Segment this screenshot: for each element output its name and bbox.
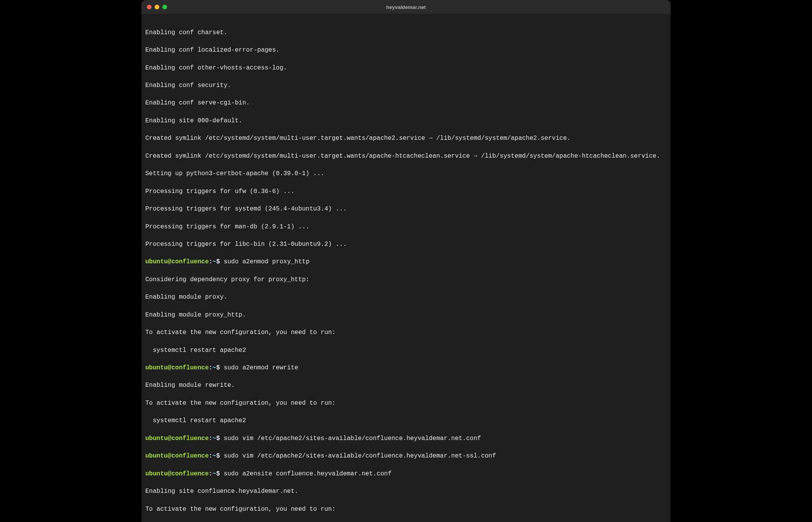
output-line: Processing triggers for systemd (245.4-4…	[145, 205, 667, 214]
command-text: sudo a2ensite confluence.heyvaldemar.net…	[224, 470, 392, 477]
prompt-user-host: ubuntu@confluence	[145, 364, 209, 371]
prompt-sigil: $	[216, 470, 223, 477]
prompt-path: ~	[213, 364, 216, 371]
output-line: systemctl restart apache2	[145, 346, 667, 355]
window-title: heyvaldemar.net	[386, 4, 426, 10]
prompt-sep: :	[209, 435, 213, 442]
output-line: Processing triggers for libc-bin (2.31-0…	[145, 240, 667, 249]
prompt-line: ubuntu@confluence:~$ sudo vim /etc/apach…	[145, 452, 667, 461]
output-line: To activate the new configuration, you n…	[145, 505, 667, 514]
maximize-button[interactable]	[162, 5, 167, 9]
output-line: Created symlink /etc/systemd/system/mult…	[145, 134, 667, 143]
output-line: Setting up python3-certbot-apache (0.39.…	[145, 169, 667, 178]
output-line: Enabling conf security.	[145, 81, 667, 90]
prompt-line: ubuntu@confluence:~$ sudo vim /etc/apach…	[145, 434, 667, 443]
output-line: Considering dependency proxy for proxy_h…	[145, 275, 667, 284]
command-text: sudo a2enmod proxy_http	[224, 258, 310, 265]
prompt-path: ~	[213, 452, 216, 459]
titlebar[interactable]: heyvaldemar.net	[141, 0, 671, 14]
prompt-sigil: $	[216, 364, 223, 371]
output-line: Enabling site confluence.heyvaldemar.net…	[145, 487, 667, 496]
prompt-line: ubuntu@confluence:~$ sudo a2enmod rewrit…	[145, 364, 667, 372]
prompt-sigil: $	[216, 435, 223, 442]
output-line: Enabling module proxy_http.	[145, 311, 667, 320]
close-button[interactable]	[147, 5, 152, 9]
terminal-body[interactable]: Enabling conf charset. Enabling conf loc…	[141, 14, 671, 522]
minimize-button[interactable]	[155, 5, 159, 9]
prompt-user-host: ubuntu@confluence	[145, 435, 209, 442]
output-line: Processing triggers for ufw (0.36-6) ...	[145, 187, 667, 196]
output-line: Enabling site 000-default.	[145, 117, 667, 125]
output-line: Processing triggers for man-db (2.9.1-1)…	[145, 223, 667, 231]
output-line: Enabling module proxy.	[145, 293, 667, 302]
prompt-sep: :	[209, 470, 213, 477]
prompt-path: ~	[213, 470, 216, 477]
prompt-line: ubuntu@confluence:~$ sudo a2enmod proxy_…	[145, 258, 667, 266]
prompt-sigil: $	[216, 258, 223, 265]
prompt-sep: :	[209, 452, 213, 459]
output-line: Enabling conf serve-cgi-bin.	[145, 99, 667, 108]
output-line: Enabling conf other-vhosts-access-log.	[145, 64, 667, 73]
prompt-sigil: $	[216, 452, 223, 459]
command-text: sudo a2enmod rewrite	[224, 364, 298, 371]
output-line: Enabling conf charset.	[145, 28, 667, 37]
prompt-path: ~	[213, 258, 216, 265]
output-line: Enabling conf localized-error-pages.	[145, 46, 667, 55]
prompt-path: ~	[213, 435, 216, 442]
terminal-window: heyvaldemar.net Enabling conf charset. E…	[141, 0, 671, 522]
prompt-sep: :	[209, 364, 213, 371]
output-line: Created symlink /etc/systemd/system/mult…	[145, 152, 667, 161]
output-line: systemctl restart apache2	[145, 416, 667, 425]
command-text: sudo vim /etc/apache2/sites-available/co…	[224, 452, 496, 459]
output-line: Enabling module rewrite.	[145, 381, 667, 390]
prompt-sep: :	[209, 258, 213, 265]
prompt-user-host: ubuntu@confluence	[145, 452, 209, 459]
prompt-user-host: ubuntu@confluence	[145, 258, 209, 265]
traffic-lights	[147, 5, 167, 9]
output-line: To activate the new configuration, you n…	[145, 328, 667, 337]
prompt-line: ubuntu@confluence:~$ sudo a2ensite confl…	[145, 470, 667, 478]
output-line: To activate the new configuration, you n…	[145, 399, 667, 408]
command-text: sudo vim /etc/apache2/sites-available/co…	[224, 435, 481, 442]
prompt-user-host: ubuntu@confluence	[145, 470, 209, 477]
